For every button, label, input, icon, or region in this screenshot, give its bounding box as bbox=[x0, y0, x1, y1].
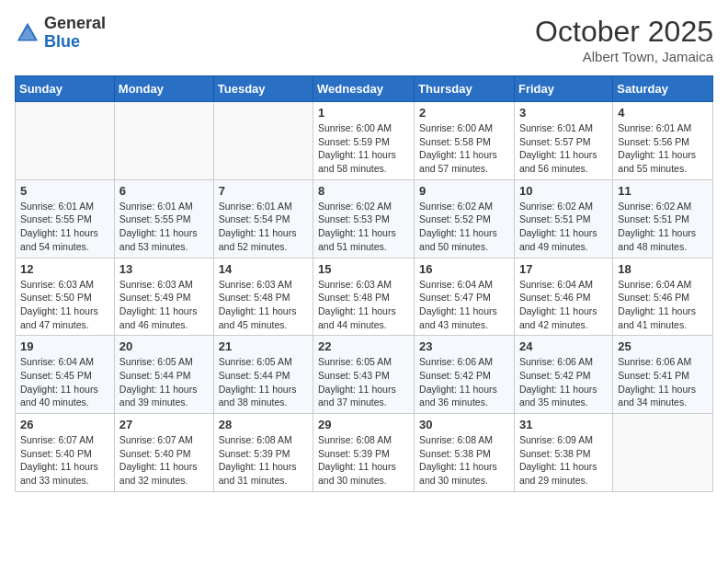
weekday-header: Sunday bbox=[16, 76, 115, 102]
calendar-week-row: 19Sunrise: 6:04 AM Sunset: 5:45 PM Dayli… bbox=[16, 336, 713, 414]
calendar-cell: 14Sunrise: 6:03 AM Sunset: 5:48 PM Dayli… bbox=[213, 258, 313, 336]
day-content: Sunrise: 6:04 AM Sunset: 5:46 PM Dayligh… bbox=[519, 278, 608, 332]
day-content: Sunrise: 6:04 AM Sunset: 5:47 PM Dayligh… bbox=[419, 278, 509, 332]
day-content: Sunrise: 6:04 AM Sunset: 5:45 PM Dayligh… bbox=[20, 355, 109, 409]
day-content: Sunrise: 6:08 AM Sunset: 5:39 PM Dayligh… bbox=[219, 433, 308, 488]
page-header: General Blue October 2025 Albert Town, J… bbox=[15, 15, 713, 64]
weekday-header: Saturday bbox=[613, 76, 713, 102]
calendar-week-row: 12Sunrise: 6:03 AM Sunset: 5:50 PM Dayli… bbox=[16, 258, 713, 336]
calendar-cell: 15Sunrise: 6:03 AM Sunset: 5:48 PM Dayli… bbox=[313, 258, 415, 336]
calendar-cell: 28Sunrise: 6:08 AM Sunset: 5:39 PM Dayli… bbox=[213, 414, 313, 492]
calendar-week-row: 26Sunrise: 6:07 AM Sunset: 5:40 PM Dayli… bbox=[16, 414, 713, 492]
calendar-cell bbox=[613, 414, 713, 492]
day-content: Sunrise: 6:06 AM Sunset: 5:42 PM Dayligh… bbox=[519, 355, 608, 409]
day-number: 7 bbox=[219, 184, 308, 198]
calendar-cell: 19Sunrise: 6:04 AM Sunset: 5:45 PM Dayli… bbox=[16, 336, 115, 414]
calendar-cell: 27Sunrise: 6:07 AM Sunset: 5:40 PM Dayli… bbox=[114, 414, 213, 492]
day-content: Sunrise: 6:04 AM Sunset: 5:46 PM Dayligh… bbox=[618, 278, 708, 332]
weekday-header: Tuesday bbox=[213, 76, 313, 102]
day-number: 6 bbox=[119, 184, 209, 198]
day-content: Sunrise: 6:03 AM Sunset: 5:50 PM Dayligh… bbox=[20, 278, 109, 332]
calendar-cell: 21Sunrise: 6:05 AM Sunset: 5:44 PM Dayli… bbox=[213, 336, 313, 414]
calendar-cell: 20Sunrise: 6:05 AM Sunset: 5:44 PM Dayli… bbox=[114, 336, 213, 414]
day-content: Sunrise: 6:03 AM Sunset: 5:48 PM Dayligh… bbox=[318, 278, 409, 332]
calendar-cell: 5Sunrise: 6:01 AM Sunset: 5:55 PM Daylig… bbox=[16, 179, 115, 258]
calendar-cell: 10Sunrise: 6:02 AM Sunset: 5:51 PM Dayli… bbox=[514, 179, 612, 258]
calendar-cell: 17Sunrise: 6:04 AM Sunset: 5:46 PM Dayli… bbox=[514, 258, 612, 336]
day-content: Sunrise: 6:07 AM Sunset: 5:40 PM Dayligh… bbox=[119, 433, 209, 488]
calendar-cell: 29Sunrise: 6:08 AM Sunset: 5:39 PM Dayli… bbox=[313, 414, 415, 492]
calendar-cell bbox=[16, 102, 115, 180]
day-number: 3 bbox=[519, 106, 608, 120]
calendar-cell: 23Sunrise: 6:06 AM Sunset: 5:42 PM Dayli… bbox=[415, 336, 515, 414]
day-content: Sunrise: 6:02 AM Sunset: 5:51 PM Dayligh… bbox=[519, 200, 608, 254]
calendar-cell: 18Sunrise: 6:04 AM Sunset: 5:46 PM Dayli… bbox=[613, 258, 713, 336]
calendar-cell: 1Sunrise: 6:00 AM Sunset: 5:59 PM Daylig… bbox=[313, 102, 415, 180]
logo-general: General bbox=[44, 14, 106, 32]
day-content: Sunrise: 6:06 AM Sunset: 5:42 PM Dayligh… bbox=[419, 355, 509, 409]
weekday-header: Wednesday bbox=[313, 76, 415, 102]
day-number: 20 bbox=[119, 339, 209, 353]
day-number: 24 bbox=[519, 339, 608, 353]
calendar-cell: 16Sunrise: 6:04 AM Sunset: 5:47 PM Dayli… bbox=[415, 258, 515, 336]
day-content: Sunrise: 6:02 AM Sunset: 5:53 PM Dayligh… bbox=[318, 200, 409, 254]
day-content: Sunrise: 6:01 AM Sunset: 5:57 PM Dayligh… bbox=[519, 121, 608, 176]
month-title: October 2025 bbox=[535, 15, 713, 49]
day-content: Sunrise: 6:02 AM Sunset: 5:52 PM Dayligh… bbox=[419, 200, 509, 254]
day-content: Sunrise: 6:05 AM Sunset: 5:44 PM Dayligh… bbox=[219, 355, 308, 409]
day-content: Sunrise: 6:00 AM Sunset: 5:59 PM Dayligh… bbox=[318, 121, 409, 176]
day-number: 28 bbox=[219, 418, 308, 431]
day-number: 10 bbox=[519, 184, 608, 198]
day-content: Sunrise: 6:00 AM Sunset: 5:58 PM Dayligh… bbox=[419, 121, 509, 176]
day-content: Sunrise: 6:01 AM Sunset: 5:55 PM Dayligh… bbox=[119, 200, 209, 254]
day-content: Sunrise: 6:09 AM Sunset: 5:38 PM Dayligh… bbox=[519, 433, 608, 488]
day-content: Sunrise: 6:05 AM Sunset: 5:43 PM Dayligh… bbox=[318, 355, 409, 409]
weekday-header: Thursday bbox=[415, 76, 515, 102]
calendar-cell: 22Sunrise: 6:05 AM Sunset: 5:43 PM Dayli… bbox=[313, 336, 415, 414]
calendar-cell: 2Sunrise: 6:00 AM Sunset: 5:58 PM Daylig… bbox=[415, 102, 515, 180]
day-number: 9 bbox=[419, 184, 509, 198]
logo-blue: Blue bbox=[44, 32, 80, 51]
calendar-cell bbox=[114, 102, 213, 180]
calendar-cell: 13Sunrise: 6:03 AM Sunset: 5:49 PM Dayli… bbox=[114, 258, 213, 336]
calendar-cell: 7Sunrise: 6:01 AM Sunset: 5:54 PM Daylig… bbox=[213, 179, 313, 258]
calendar-week-row: 5Sunrise: 6:01 AM Sunset: 5:55 PM Daylig… bbox=[16, 179, 713, 258]
calendar-cell: 25Sunrise: 6:06 AM Sunset: 5:41 PM Dayli… bbox=[613, 336, 713, 414]
calendar-cell: 30Sunrise: 6:08 AM Sunset: 5:38 PM Dayli… bbox=[415, 414, 515, 492]
day-number: 17 bbox=[519, 262, 608, 276]
calendar-week-row: 1Sunrise: 6:00 AM Sunset: 5:59 PM Daylig… bbox=[16, 102, 713, 180]
day-content: Sunrise: 6:08 AM Sunset: 5:38 PM Dayligh… bbox=[419, 433, 509, 488]
day-content: Sunrise: 6:03 AM Sunset: 5:49 PM Dayligh… bbox=[119, 278, 209, 332]
calendar-cell: 6Sunrise: 6:01 AM Sunset: 5:55 PM Daylig… bbox=[114, 179, 213, 258]
calendar-table: SundayMondayTuesdayWednesdayThursdayFrid… bbox=[15, 75, 713, 492]
day-number: 14 bbox=[219, 262, 308, 276]
day-number: 12 bbox=[20, 262, 109, 276]
day-number: 25 bbox=[618, 339, 708, 353]
day-number: 15 bbox=[318, 262, 409, 276]
day-number: 11 bbox=[618, 184, 708, 198]
calendar-cell bbox=[213, 102, 313, 180]
day-number: 31 bbox=[519, 418, 608, 431]
day-number: 26 bbox=[20, 418, 109, 431]
calendar-cell: 11Sunrise: 6:02 AM Sunset: 5:51 PM Dayli… bbox=[613, 179, 713, 258]
calendar-cell: 26Sunrise: 6:07 AM Sunset: 5:40 PM Dayli… bbox=[16, 414, 115, 492]
calendar-cell: 9Sunrise: 6:02 AM Sunset: 5:52 PM Daylig… bbox=[415, 179, 515, 258]
logo: General Blue bbox=[15, 15, 106, 52]
day-number: 19 bbox=[20, 339, 109, 353]
day-number: 29 bbox=[318, 418, 409, 431]
calendar-cell: 24Sunrise: 6:06 AM Sunset: 5:42 PM Dayli… bbox=[514, 336, 612, 414]
day-number: 22 bbox=[318, 339, 409, 353]
day-content: Sunrise: 6:01 AM Sunset: 5:56 PM Dayligh… bbox=[618, 121, 708, 176]
day-content: Sunrise: 6:05 AM Sunset: 5:44 PM Dayligh… bbox=[119, 355, 209, 409]
weekday-header: Friday bbox=[514, 76, 612, 102]
day-content: Sunrise: 6:01 AM Sunset: 5:55 PM Dayligh… bbox=[20, 200, 109, 254]
title-block: October 2025 Albert Town, Jamaica bbox=[535, 15, 713, 64]
logo-icon bbox=[15, 20, 40, 46]
day-number: 4 bbox=[618, 106, 708, 120]
calendar-cell: 8Sunrise: 6:02 AM Sunset: 5:53 PM Daylig… bbox=[313, 179, 415, 258]
day-content: Sunrise: 6:06 AM Sunset: 5:41 PM Dayligh… bbox=[618, 355, 708, 409]
location: Albert Town, Jamaica bbox=[535, 49, 713, 64]
day-content: Sunrise: 6:01 AM Sunset: 5:54 PM Dayligh… bbox=[219, 200, 308, 254]
day-content: Sunrise: 6:08 AM Sunset: 5:39 PM Dayligh… bbox=[318, 433, 409, 488]
calendar-cell: 4Sunrise: 6:01 AM Sunset: 5:56 PM Daylig… bbox=[613, 102, 713, 180]
